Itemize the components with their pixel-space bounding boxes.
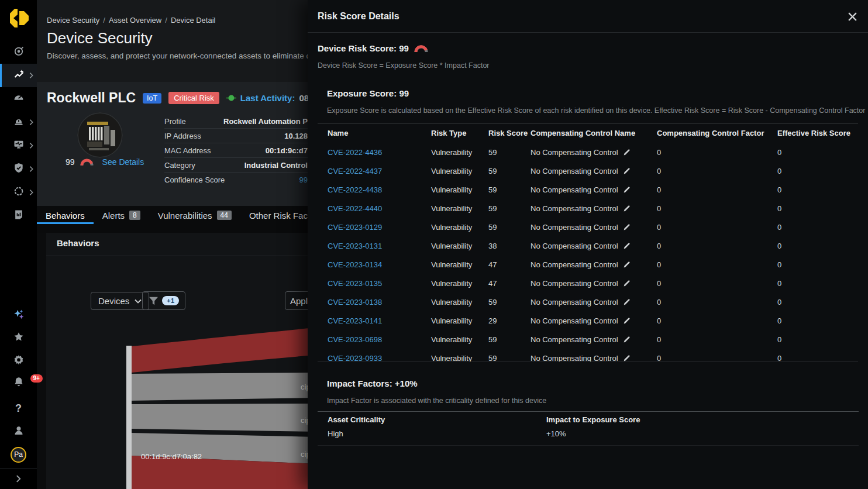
dotted-circle-icon [13,185,25,199]
tab-behaviors[interactable]: Behaviors [37,208,94,224]
compensating-control-name: No Compensating Control [531,185,618,194]
filter-button[interactable]: +1 [142,291,185,310]
edit-pencil-icon[interactable] [623,242,631,250]
risk-score-cell: 59 [488,167,531,175]
edit-pencil-icon[interactable] [623,261,631,268]
cve-link[interactable]: CVE-2023-0129 [328,223,431,232]
profile-row: Confidence Score99 [164,173,308,187]
sidebar-item-user-avatar[interactable]: Pa [0,443,37,466]
sidebar-item-dotted-circle[interactable] [0,181,37,204]
risk-score-cell: 47 [488,279,531,288]
cve-link[interactable]: CVE-2022-4436 [328,148,431,157]
cve-link[interactable]: CVE-2023-0138 [328,298,431,307]
see-details-link[interactable]: See Details [102,157,144,167]
edit-pencil-icon[interactable] [623,167,631,175]
edit-pencil-icon[interactable] [623,354,631,362]
cve-link[interactable]: CVE-2023-0698 [328,335,431,344]
sidebar-item-route[interactable] [0,64,37,87]
risk-score-cell: 59 [488,335,531,344]
behavior-sankey-chart[interactable]: 00:1d:9c:d7:0a:82 cip cip- cip- [46,322,315,489]
exposure-score-heading: Exposure Score: 99 [327,88,409,98]
sidebar-collapse-button[interactable] [0,467,37,489]
risk-score-details-panel: Risk Score Details Device Risk Score: 99… [308,0,868,489]
sidebar-item-user[interactable] [0,421,37,443]
behaviors-heading: Behaviors [57,238,99,248]
star-icon [13,331,25,345]
sidebar-item-help[interactable]: ? [0,397,37,419]
chevron-right-icon [29,119,33,126]
close-icon[interactable] [846,11,858,22]
risk-score-cell: 59 [488,204,531,213]
edit-pencil-icon[interactable] [623,336,631,343]
risk-type-cell: Vulnerability [431,316,488,325]
panel-title: Risk Score Details [318,11,399,22]
cve-link[interactable]: CVE-2023-0134 [328,260,431,269]
cve-link[interactable]: CVE-2023-0131 [328,242,431,250]
tab-alerts[interactable]: Alerts8 [94,208,149,224]
edit-pencil-icon[interactable] [623,298,631,306]
sankey-risk-flow-top[interactable] [132,328,315,373]
cve-link[interactable]: CVE-2023-0933 [328,354,431,362]
sankey-node-bar[interactable] [126,346,132,489]
risk-gauge-icon [414,44,428,53]
risk-gauge-icon [80,158,94,166]
edit-pencil-icon[interactable] [623,280,631,287]
risk-type-cell: Vulnerability [431,279,488,288]
sidebar-item-star[interactable] [0,327,37,349]
tab-vulnerabilities[interactable]: Vulnerabilities44 [149,208,240,224]
edit-pencil-icon[interactable] [623,186,631,194]
risk-table-row: CVE-2022-4437Vulnerability59No Compensat… [318,161,858,180]
sankey-flow-2[interactable] [132,404,315,432]
chevron-right-icon [29,143,33,149]
effective-score-cell: 0 [777,279,858,288]
breadcrumb-item[interactable]: Device Detail [171,16,216,25]
risk-type-cell: Vulnerability [431,335,488,344]
devices-dropdown[interactable]: Devices [91,292,149,310]
sidebar-item-alarm[interactable] [0,111,37,133]
compensating-control-cell: No Compensating Control [531,148,657,157]
sidebar-item-target[interactable] [0,41,37,63]
chevron-right-icon [29,190,33,196]
impact-to-exposure-value: +10% [546,429,859,438]
sidebar-item-ai-sparkles[interactable] [0,305,37,327]
risk-table-header: NameRisk TypeRisk ScoreCompensating Cont… [318,123,858,143]
profile-row: IP Address10.128 [164,129,308,143]
profile-value: 00:1d:9c:d7 [266,146,308,155]
risk-type-cell: Vulnerability [431,185,488,194]
profile-value[interactable]: 99 [299,175,308,184]
sidebar-item-gauge[interactable] [0,88,37,110]
last-activity-link[interactable]: Last Activity: [240,93,295,103]
compensating-control-cell: No Compensating Control [531,167,657,175]
cortex-logo[interactable] [6,5,31,31]
gear-icon [13,354,25,368]
sidebar-item-shield-check[interactable] [0,158,37,180]
cve-link[interactable]: CVE-2022-4437 [328,167,431,175]
cve-link[interactable]: CVE-2022-4440 [328,204,431,213]
compensating-control-cell: No Compensating Control [531,298,657,307]
device-risk-score-value: 99 [66,157,75,167]
report-icon [13,209,25,223]
risk-table: NameRisk TypeRisk ScoreCompensating Cont… [318,123,858,361]
effective-score-cell: 0 [777,242,858,250]
cve-link[interactable]: CVE-2023-0135 [328,279,431,288]
cve-link[interactable]: CVE-2023-0141 [328,316,431,325]
breadcrumb-item[interactable]: Device Security [47,16,99,25]
sankey-flow-1[interactable] [132,373,315,401]
sidebar-item-bell[interactable]: 9+ [0,372,37,394]
edit-pencil-icon[interactable] [623,223,631,231]
edit-pencil-icon[interactable] [623,205,631,212]
risk-table-row: CVE-2023-0138Vulnerability59No Compensat… [318,292,858,311]
sidebar-item-monitor-pulse[interactable] [0,135,37,157]
sidebar-item-report[interactable] [0,205,37,227]
effective-score-cell: 0 [777,167,858,175]
shield-check-icon [13,162,25,176]
control-factor-cell: 0 [657,223,777,232]
user-icon [13,425,25,439]
edit-pencil-icon[interactable] [623,149,631,156]
sidebar-item-gear[interactable] [0,350,37,372]
compensating-control-name: No Compensating Control [531,298,618,307]
devices-dropdown-label: Devices [98,296,129,306]
cve-link[interactable]: CVE-2022-4438 [328,185,431,194]
breadcrumb-item[interactable]: Asset Overview [109,16,161,25]
edit-pencil-icon[interactable] [623,317,631,325]
